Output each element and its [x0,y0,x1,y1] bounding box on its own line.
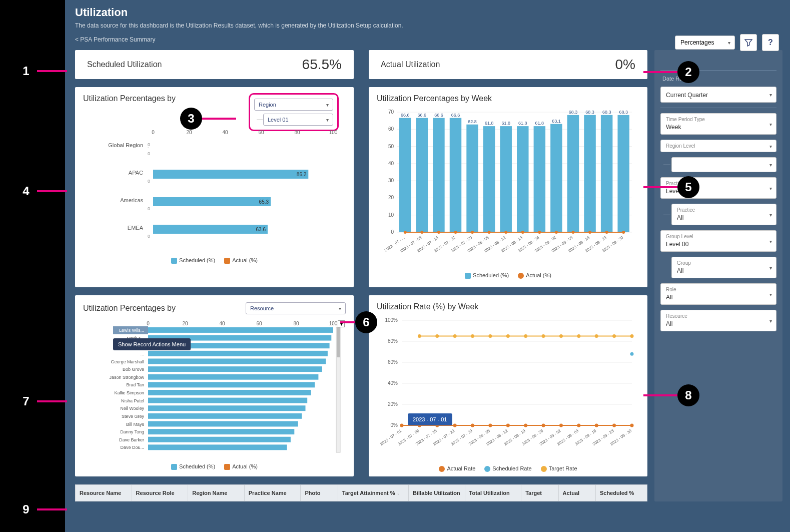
card-rate-title: Utilization Rate (%) by Week [377,302,639,311]
callout-6: 6 [355,311,377,333]
legend-scheduled: Scheduled (%) [473,272,509,278]
region-level-select[interactable]: Level 01 ▾ [263,114,333,126]
region-dimension-select[interactable]: Region ▾ [254,99,333,111]
callout-1: 1 [15,60,37,82]
filter-practice[interactable]: Practice All ▾ [671,204,776,225]
svg-text:70: 70 [388,109,394,115]
kpi-actual-label: Actual Utilization [381,60,615,69]
svg-text:66.6: 66.6 [451,113,460,118]
svg-text:68.3: 68.3 [585,110,594,115]
svg-text:60%: 60% [388,359,398,365]
svg-text:68.3: 68.3 [619,110,628,115]
col-target[interactable]: Target [521,485,558,501]
svg-text:Bill Mays: Bill Mays [126,422,145,427]
legend-actual: Actual (%) [232,257,258,263]
col-actual[interactable]: Actual [559,485,596,501]
filter-group[interactable]: Group All ▾ [671,257,776,278]
svg-text:0%: 0% [391,422,398,428]
kpi-actual-value: 0% [615,57,635,73]
legend-target: Target Rate [549,465,577,471]
col-resource-name[interactable]: Resource Name [76,485,132,501]
card-utilization-by-resource: Utilization Percentages by Resource ▾ 02… [75,295,354,476]
kpi-scheduled: Scheduled Utilization 65.5% [75,50,354,79]
help-button[interactable]: ? [762,34,779,51]
svg-text:0: 0 [148,179,150,184]
svg-point-162 [630,352,634,356]
svg-rect-133 [148,444,287,450]
svg-rect-117 [148,382,315,387]
svg-rect-103 [148,327,333,333]
svg-rect-83 [584,115,596,232]
chart-region[interactable]: 020406080100Global Region00APAC86.20Amer… [83,127,343,252]
svg-rect-55 [466,125,478,232]
filter-group-level-value: Level 00 [666,241,688,248]
filter-button[interactable] [740,34,757,51]
filter-resource[interactable]: Resource All ▾ [660,310,776,331]
col-region-name[interactable]: Region Name [188,485,245,501]
col-billable[interactable]: Billable Utilization [409,485,465,501]
svg-text:100: 100 [329,321,338,326]
legend-scheduled: Scheduled Rate [492,465,531,471]
filter-role-label: Role [666,287,771,292]
kpi-actual: Actual Utilization 0% [369,50,647,79]
callout-5: 5 [677,176,699,198]
svg-text:0: 0 [148,151,150,156]
callout-3: 3 [180,108,202,130]
svg-text:20: 20 [182,321,188,326]
svg-text:40: 40 [222,130,228,135]
filter-group-level[interactable]: Group Level Level 00 ▾ [660,230,776,252]
toolbar: Percentages ▾ ? [675,34,779,51]
legend-actual: Actual (%) [232,463,258,469]
tooltip-record-actions[interactable]: Show Record Actions Menu [113,338,191,350]
col-total[interactable]: Total Utilization [465,485,522,501]
svg-text:George Marshall: George Marshall [111,359,144,364]
svg-text:30: 30 [388,178,394,183]
svg-text:68.3: 68.3 [602,110,611,115]
svg-rect-111 [148,359,326,364]
svg-text:50: 50 [388,144,394,149]
svg-text:80%: 80% [388,338,398,344]
filter-region-level-label: Region Level [666,143,771,149]
view-mode-select[interactable]: Percentages ▾ [675,36,735,50]
filter-resource-value: All [666,320,672,327]
svg-text:Neil Wooley: Neil Wooley [120,406,144,411]
svg-rect-19 [153,225,268,234]
chevron-down-icon: ▾ [339,306,341,311]
svg-text:61.8: 61.8 [501,121,510,126]
callout-7: 7 [15,390,37,412]
svg-rect-115 [148,374,318,380]
kpi-scheduled-value: 65.5% [302,57,342,73]
svg-rect-135 [337,327,340,357]
svg-text:68.3: 68.3 [569,110,578,115]
svg-rect-113 [148,366,322,372]
col-target-attainment[interactable]: Target Attainment %↓ [338,485,409,501]
svg-text:60: 60 [258,130,264,135]
col-practice-name[interactable]: Practice Name [245,485,301,501]
filter-role[interactable]: Role All ▾ [660,283,776,305]
kpi-scheduled-label: Scheduled Utilization [87,60,302,69]
chart-week[interactable]: 01020304050607066.62023 - 07 - ...66.620… [377,107,637,267]
filter-resource-label: Resource [666,313,771,319]
region-dimension-label: Region [259,102,276,108]
chevron-down-icon: ▾ [769,212,772,217]
chart-rate[interactable]: 0%20%40%60%80%100%2023 - 07 - 012023 - 0… [377,315,637,460]
col-resource-role[interactable]: Resource Role [132,485,189,501]
svg-rect-71 [534,126,546,232]
col-photo[interactable]: Photo [301,485,338,501]
svg-rect-47 [433,118,445,232]
col-scheduled[interactable]: Scheduled % [596,485,647,501]
svg-text:0: 0 [391,229,394,235]
filter-region-level[interactable]: Region Level ▾ [660,140,776,152]
filter-date-range[interactable]: Current Quarter ▾ [660,87,776,103]
view-mode-label: Percentages [680,39,714,46]
svg-text:Kallie Simpson: Kallie Simpson [114,390,144,395]
filter-time-period[interactable]: Time Period Type Week ▾ [660,113,776,135]
filter-icon [744,39,752,47]
svg-rect-87 [601,115,613,232]
resource-dimension-select[interactable]: Resource ▾ [246,302,346,314]
filter-region-sub[interactable]: ▾ [671,157,776,172]
svg-rect-121 [148,398,307,403]
svg-text:63.6: 63.6 [256,227,266,232]
svg-text:0: 0 [148,206,150,211]
breadcrumb-back[interactable]: < PSA Performance Summary [65,33,165,46]
